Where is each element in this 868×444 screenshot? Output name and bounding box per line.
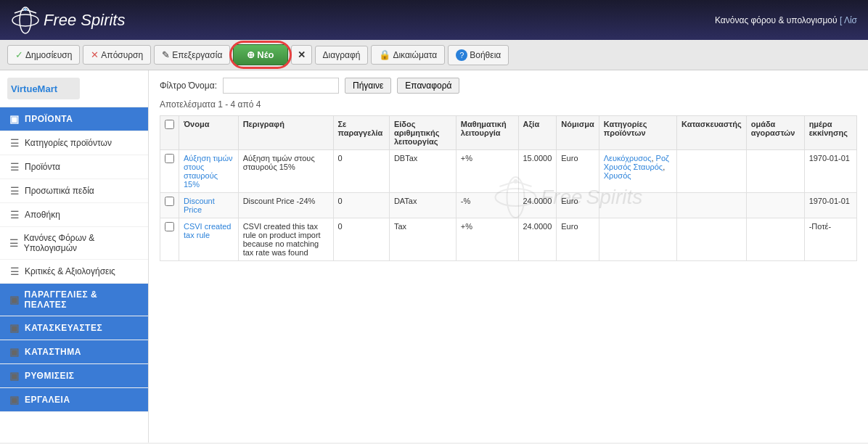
sidebar-label: ΚΑΤΑΣΚΕΥΑΣΤΕΣ [25, 323, 102, 333]
filter-label: Φίλτρο Όνομα: [160, 81, 217, 91]
row-manufacturer-0 [676, 150, 746, 193]
publish-button[interactable]: ✓ Δημοσίευση [7, 45, 80, 65]
tools-icon: ▣ [9, 394, 20, 406]
svg-line-2 [15, 9, 25, 13]
col-shopper-group: ομάδα αγοραστών [746, 116, 804, 150]
sidebar-item-categories[interactable]: ☰ Κατηγορίες προϊόντων [0, 131, 148, 155]
products-list-icon: ☰ [9, 161, 20, 173]
edit-button[interactable]: ✎ Επεξεργασία [154, 45, 230, 65]
row-name-link-1[interactable]: Discount Price [184, 197, 215, 214]
reset-button[interactable]: Επαναφορά [397, 78, 459, 94]
header-title: Κανόνας φόρου & υπολογισμού [ Λίσ [715, 15, 857, 25]
sidebar-label: Προϊόντα [25, 162, 60, 172]
row-order-0: 0 [333, 150, 389, 193]
logo-text: Free Spirits [44, 11, 125, 30]
row-manufacturer-2 [676, 218, 746, 261]
row-value-2: 24.0000 [518, 218, 557, 261]
col-name: Όνομα [179, 116, 239, 150]
filter-input[interactable] [223, 78, 339, 94]
plus-icon: ⊕ [247, 49, 255, 60]
sidebar-item-store[interactable]: ▣ ΚΑΤΑΣΤΗΜΑ [0, 340, 148, 364]
sidebar-item-custom-fields[interactable]: ☰ Προσωπικά πεδία [0, 179, 148, 203]
row-name-link-2[interactable]: CSVI created tax rule [184, 222, 231, 239]
col-value: Αξία [518, 116, 557, 150]
sidebar-label: Αποθήκη [25, 210, 60, 220]
col-currency: Νόμισμα [557, 116, 599, 150]
svg-text:VirtueMart: VirtueMart [11, 83, 58, 94]
sidebar-item-products-list[interactable]: ☰ Προϊόντα [0, 155, 148, 179]
row-checkbox-cell [160, 193, 179, 218]
sidebar-label: ΠΑΡΑΓΓΕΛΙΕΣ & ΠΕΛΑΤΕΣ [25, 289, 139, 310]
row-checkbox-0[interactable] [165, 154, 174, 163]
edit-icon: ✎ [162, 49, 170, 60]
filter-row: Φίλτρο Όνομα: Πήγαινε Επαναφορά [160, 78, 857, 94]
row-currency-1: Euro [557, 193, 599, 218]
row-currency-2: Euro [557, 218, 599, 261]
row-value-1: 24.0000 [518, 193, 557, 218]
col-math-op: Μαθηματική λειτουργία [456, 116, 518, 150]
orders-icon: ▣ [9, 294, 20, 305]
row-op-type-2: Tax [389, 218, 456, 261]
sidebar-label: Κριτικές & Αξιολογήσεις [25, 266, 115, 276]
sidebar-label: ΠΡΟΪΟΝΤΑ [25, 114, 73, 124]
select-all-checkbox[interactable] [165, 120, 174, 129]
lock-icon: 🔒 [379, 49, 390, 60]
go-button[interactable]: Πήγαινε [345, 78, 391, 94]
row-order-2: 0 [333, 218, 389, 261]
row-description-2: CSVI created this tax rule on product im… [238, 218, 333, 261]
row-op-type-1: DATax [389, 193, 456, 218]
sidebar-label: ΚΑΤΑΣΤΗΜΑ [25, 347, 81, 357]
row-value-0: 15.0000 [518, 150, 557, 193]
row-name-2: CSVI created tax rule [179, 218, 239, 261]
sidebar-item-tools[interactable]: ▣ ΕΡΓΑΛΕΙΑ [0, 388, 148, 412]
row-manufacturer-1 [676, 193, 746, 218]
question-icon: ? [456, 49, 467, 61]
svg-line-3 [25, 9, 36, 13]
sidebar-item-settings[interactable]: ▣ ΡΥΘΜΙΣΕΙΣ [0, 364, 148, 388]
manufacturers-icon: ▣ [9, 322, 20, 334]
sidebar-label: ΕΡΓΑΛΕΙΑ [25, 395, 70, 405]
col-operation-type: Είδος αριθμητικής λειτουργίας [389, 116, 456, 150]
delete-button[interactable]: Διαγραφή [315, 46, 369, 65]
sidebar-item-products[interactable]: ▣ ΠΡΟΪΟΝΤΑ [0, 107, 148, 131]
sidebar-item-inventory[interactable]: ☰ Αποθήκη [0, 203, 148, 227]
row-name-1: Discount Price [179, 193, 239, 218]
sidebar-item-reviews[interactable]: ☰ Κριτικές & Αξιολογήσεις [0, 260, 148, 284]
row-description-1: Discount Price -24% [238, 193, 333, 218]
results-info: Αποτελέσματα 1 - 4 από 4 [160, 99, 857, 110]
sidebar-item-tax-rules[interactable]: ☰ Κανόνες Φόρων & Υπολογισμών [0, 227, 148, 260]
help-button[interactable]: ? Βοήθεια [448, 45, 509, 65]
row-math-op-0: +% [456, 150, 518, 193]
main-layout: VirtueMart ▣ ΠΡΟΪΟΝΤΑ ☰ Κατηγορίες προϊό… [0, 70, 868, 443]
row-checkbox-cell [160, 218, 179, 261]
tax-rules-icon: ☰ [9, 237, 20, 249]
permissions-button[interactable]: 🔒 Δικαιώματα [371, 45, 445, 65]
content: Φίλτρο Όνομα: Πήγαινε Επαναφορά Αποτελέσ… [149, 70, 868, 443]
col-order: Σε παραγγελία [333, 116, 389, 150]
new-button[interactable]: ⊕ Νέο [233, 44, 287, 65]
sidebar-label: Προσωπικά πεδία [25, 186, 94, 196]
virtuemart-logo: VirtueMart [7, 78, 80, 99]
row-currency-0: Euro [557, 150, 599, 193]
row-shopper-1 [746, 193, 804, 218]
logo-area: Free Spirits [11, 6, 125, 35]
data-table: Όνομα Περιγραφή Σε παραγγελία Είδος αριθ… [160, 115, 857, 261]
col-description: Περιγραφή [238, 116, 333, 150]
row-checkbox-2[interactable] [165, 222, 174, 231]
custom-fields-icon: ☰ [9, 185, 20, 197]
col-checkbox [160, 116, 179, 150]
sidebar-label: Κανόνες Φόρων & Υπολογισμών [24, 233, 139, 253]
row-name-link-0[interactable]: Αύξηση τιμών στους σταυρούς 15% [184, 154, 233, 189]
table-row: Discount PriceDiscount Price -24%0DATax-… [160, 193, 857, 218]
sidebar-item-manufacturers[interactable]: ▣ ΚΑΤΑΣΚΕΥΑΣΤΕΣ [0, 316, 148, 340]
row-checkbox-1[interactable] [165, 197, 174, 206]
close-button[interactable]: ✕ [291, 45, 312, 65]
unpublish-button[interactable]: ✕ Απόσυρση [83, 45, 151, 65]
row-order-1: 0 [333, 193, 389, 218]
row-checkbox-cell [160, 150, 179, 193]
row-categories-1 [599, 193, 676, 218]
row-categories-2 [599, 218, 676, 261]
logo-icon [11, 6, 40, 35]
row-start-date-2: -Ποτέ- [804, 218, 856, 261]
sidebar-item-orders[interactable]: ▣ ΠΑΡΑΓΓΕΛΙΕΣ & ΠΕΛΑΤΕΣ [0, 284, 148, 316]
